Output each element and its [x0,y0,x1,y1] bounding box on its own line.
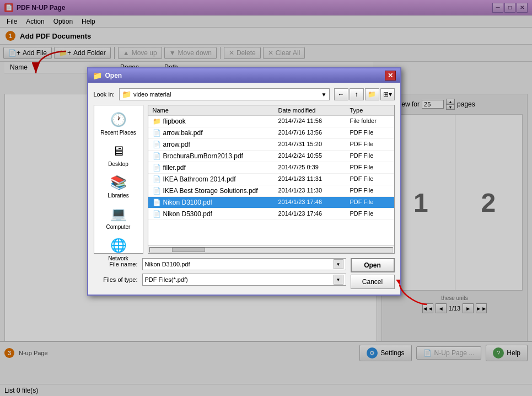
place-libraries[interactable]: 📚 Libraries [96,172,141,201]
pdf-file-icon: 📄 [153,175,161,183]
view-button[interactable]: ⊞▾ [380,88,395,100]
file-row[interactable]: 📄IKEA Best Storage Solutions.pdf 2014/1/… [148,185,394,197]
lookin-row: Look in: 📁 video material ▼ ← ↑ 📁 ⊞▾ [94,88,395,100]
file-area: 🕐 Recent Places 🖥 Desktop 📚 Libraries [94,105,395,254]
recent-icon: 🕐 [110,111,127,129]
lookin-value: video material [133,91,319,98]
pdf-file-icon: 📄 [153,210,161,218]
filename-label: File name: [94,261,138,267]
computer-icon: 💻 [110,205,127,223]
libraries-icon: 📚 [110,174,127,191]
back-button[interactable]: ← [334,88,348,100]
pdf-file-icon: 📄 [153,199,161,206]
dialog-title-icon: 📁 [93,71,102,80]
places-panel: 🕐 Recent Places 🖥 Desktop 📚 Libraries [94,105,143,254]
filetype-dropdown[interactable]: ▼ [334,275,343,285]
computer-label: Computer [106,224,131,230]
new-folder-button[interactable]: 📁 [365,88,379,100]
file-row[interactable]: 📄arrow.pdf 2014/7/31 15:20 PDF File [148,139,394,151]
lookin-label: Look in: [94,91,115,98]
up-button[interactable]: ↑ [350,88,364,100]
dialog-title-text: Open [105,72,122,79]
scrollbar-track [149,247,393,253]
file-row[interactable]: 📄Nikon D5300.pdf 2014/1/23 17:46 PDF Fil… [148,208,394,220]
file-row[interactable]: 📁flipbook 2014/7/24 11:56 File folder [148,116,394,127]
place-computer[interactable]: 💻 Computer [96,203,141,232]
libraries-label: Libraries [108,192,128,199]
file-row[interactable]: 📄filler.pdf 2014/7/25 0:39 PDF File [148,162,394,174]
lookin-dropdown-arrow: ▼ [321,92,327,98]
filetype-label: Files of type: [94,276,138,283]
filetype-value: PDF Files(*.pdf) [145,276,334,283]
dialog-close-button[interactable]: ✕ [385,71,396,81]
col-name: Name [151,106,276,114]
pdf-file-icon: 📄 [153,152,161,160]
filetype-combo[interactable]: PDF Files(*.pdf) ▼ [142,274,346,286]
lookin-folder-icon: 📁 [122,90,131,99]
pdf-file-icon: 📄 [153,164,161,172]
file-list-panel: Name Date modified Type 📁flipbook 2014/7… [148,105,395,254]
open-dialog: 📁 Open ✕ Look in: 📁 video material ▼ ← [87,67,401,296]
filename-combo[interactable]: Nikon D3100.pdf ▼ [142,258,346,270]
dialog-cancel-button[interactable]: Cancel [351,275,395,289]
desktop-icon: 🖥 [110,142,127,160]
pdf-file-icon: 📄 [153,141,161,148]
pdf-file-icon: 📄 [153,187,161,195]
dialog-actions: Open Cancel [351,258,395,289]
filename-value: Nikon D3100.pdf [145,261,334,267]
place-desktop[interactable]: 🖥 Desktop [96,140,141,169]
col-type: Type [348,106,392,114]
file-row[interactable]: 📄BrochuraBumBorn2013.pdf 2014/2/24 10:55… [148,151,394,162]
col-date: Date modified [276,106,348,114]
desktop-label: Desktop [108,161,128,167]
filename-row: File name: Nikon D3100.pdf ▼ [94,258,346,270]
folder-icon: 📁 [153,117,161,125]
file-list-header: Name Date modified Type [148,105,394,116]
filetype-row: Files of type: PDF Files(*.pdf) ▼ [94,274,346,286]
dialog-overlay: 📁 Open ✕ Look in: 📁 video material ▼ ← [0,0,532,396]
file-row-selected[interactable]: 📄Nikon D3100.pdf 2014/1/23 17:46 PDF Fil… [148,197,394,208]
file-list-body: 📁flipbook 2014/7/24 11:56 File folder 📄a… [148,116,394,245]
lookin-buttons: ← ↑ 📁 ⊞▾ [334,88,395,100]
dialog-open-button[interactable]: Open [351,258,395,272]
file-row[interactable]: 📄IKEA Bathroom 2014.pdf 2014/1/23 11:31 … [148,174,394,185]
horizontal-scrollbar[interactable] [148,245,394,253]
lookin-combo[interactable]: 📁 video material ▼ [119,88,329,100]
dialog-body: Look in: 📁 video material ▼ ← ↑ 📁 ⊞▾ [88,83,400,295]
file-row[interactable]: 📄arrow.bak.pdf 2014/7/16 13:56 PDF File [148,127,394,139]
place-recent[interactable]: 🕐 Recent Places [96,109,141,138]
filename-dropdown[interactable]: ▼ [334,259,343,269]
pdf-file-icon: 📄 [153,129,161,137]
recent-label: Recent Places [100,130,136,136]
dialog-title-bar: 📁 Open ✕ [88,68,400,83]
scrollbar-thumb [172,248,205,252]
network-icon: 🌐 [110,237,127,254]
